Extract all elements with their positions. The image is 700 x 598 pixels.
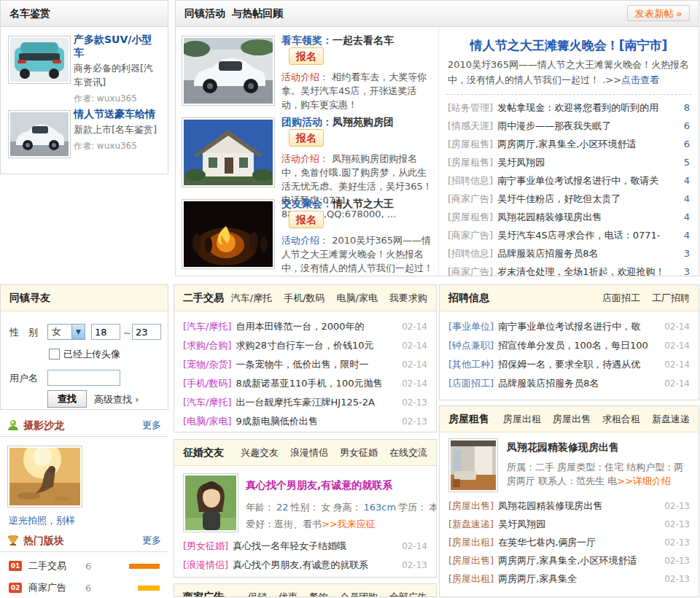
tab-deals[interactable]: 优惠 xyxy=(279,591,298,597)
activity-bonfire[interactable]: 交友聚会：情人节之大王报名 活动介绍： 2010吴圩365网——情人节之大王滩篝… xyxy=(182,198,434,275)
tab-cars-motor[interactable]: 汽车/摩托 xyxy=(231,292,272,303)
hot-post-row[interactable]: [房屋租售]吴圩凤翔园5 xyxy=(446,153,691,171)
activity-title[interactable]: 情人节之大王 xyxy=(332,198,394,209)
secondhand-row[interactable]: [宠物/杂货]一条宠物牛，低价出售，限时一02-14 xyxy=(174,355,436,374)
post-title[interactable]: 品牌服装店招服务员8名 xyxy=(497,247,680,260)
signup-button[interactable]: 报名 xyxy=(289,211,324,228)
activity-title[interactable]: 凤翔苑购房团 xyxy=(332,116,394,128)
tab-phone-digital[interactable]: 手机/数码 xyxy=(284,292,324,303)
post-title[interactable]: 吴圩牛佳粉店，好吃但太贵了 xyxy=(497,193,680,206)
tab-new-listings[interactable]: 新盘速递 xyxy=(652,413,690,424)
item-category[interactable]: [事业单位] xyxy=(448,320,494,333)
activity-type[interactable]: 交友聚会： xyxy=(281,198,332,209)
tab-all-ads[interactable]: 全部广告 xyxy=(389,591,427,597)
hot-post-row[interactable]: [站务管理]发帖拿现金：欢迎将您看到的听到的用8 xyxy=(446,98,691,117)
dating-girl-photo[interactable] xyxy=(183,473,238,532)
activity-car-photo[interactable] xyxy=(182,36,275,106)
item-category[interactable]: [汽车/摩托] xyxy=(183,320,232,333)
signup-button[interactable]: 报名 xyxy=(289,129,324,147)
item-title[interactable]: 招保姆一名，要求全职，待遇从优 xyxy=(498,358,660,371)
item-title[interactable]: 南宁事业单位考试报名进行中，敬 xyxy=(498,320,660,333)
search-button[interactable]: 查找 xyxy=(47,390,87,408)
post-title[interactable]: 雨中漫步——那夜我失眠了 xyxy=(497,120,680,133)
post-category[interactable]: [情感天涯] xyxy=(448,120,493,133)
post-title[interactable]: 发帖拿现金：欢迎将您看到的听到的用 xyxy=(497,101,680,114)
item-category[interactable]: [电脑/家电] xyxy=(183,415,232,428)
item-title[interactable]: 9成新电脑低价出售 xyxy=(236,415,398,428)
hot-post-row[interactable]: [房屋租售]两房两厅,家具集全,小区环境舒适6 xyxy=(446,135,691,153)
tab-seek-rent[interactable]: 求租合租 xyxy=(602,413,640,424)
signup-button[interactable]: 报名 xyxy=(289,47,324,65)
hot-post-row[interactable]: [情感天涯]雨中漫步——那夜我失眠了6 xyxy=(446,117,691,135)
item-title[interactable]: 凤翔花园精装修现房出售 xyxy=(498,500,660,513)
car-item[interactable]: 情人节送豪车给情 新款上市[名车鉴赏] 作者: wuxu365 xyxy=(8,107,162,152)
activity-type[interactable]: 看车领奖： xyxy=(281,34,332,46)
item-category[interactable]: [钟点兼职] xyxy=(448,339,494,352)
tab-shop-hiring[interactable]: 店面招工 xyxy=(602,292,640,303)
age-to-input[interactable] xyxy=(132,324,161,340)
item-category[interactable]: [新盘速递] xyxy=(448,518,494,531)
housing-row[interactable]: [房屋出售]凤翔花园精装修现房出售02-13 xyxy=(440,497,699,515)
post-title[interactable]: 吴圩凤翔园 xyxy=(497,156,680,169)
item-category[interactable]: [房屋出租] xyxy=(448,536,494,549)
advanced-search-link[interactable]: 高级查找 › xyxy=(94,393,139,406)
tab-promos[interactable]: 促销 xyxy=(248,591,267,597)
item-title[interactable]: 真心找一名年轻女子结婚哦 xyxy=(233,540,397,553)
post-title[interactable]: 凤翔花园精装修现房出售 xyxy=(497,211,680,224)
post-category[interactable]: [房屋租售] xyxy=(448,138,493,151)
housing-row[interactable]: [房屋出售]两房两厅,家具集全,小区环境舒适02-13 xyxy=(440,551,699,570)
post-category[interactable]: [商家广告] xyxy=(448,265,493,277)
item-category[interactable]: [宠物/杂货] xyxy=(183,358,232,371)
salon-more-link[interactable]: 更多 xyxy=(142,414,161,436)
job-row[interactable]: [店面招工]品牌服装店招服务员8名02-14 xyxy=(440,374,699,393)
secondhand-row[interactable]: [求购/合购]求购28寸自行车一台，价钱10元02-14 xyxy=(174,336,436,355)
hot-post-row[interactable]: [商家广告]吴圩牛佳粉店，好吃但太贵了4 xyxy=(446,190,691,208)
hot-boards-more-link[interactable]: 更多 xyxy=(142,529,161,551)
dating-row[interactable]: [浪漫情侣]真心找个男朋友,有诚意的就联系02-13 xyxy=(174,556,436,575)
secondhand-row[interactable]: [汽车/摩托]出一台靓摩托车豪江牌HJ125-2A02-13 xyxy=(174,393,436,412)
post-category[interactable]: [招聘信息] xyxy=(448,174,493,187)
job-row[interactable]: [事业单位]南宁事业单位考试报名进行中，敬02-14 xyxy=(440,317,699,336)
post-category[interactable]: [房屋租售] xyxy=(448,156,493,169)
tab-romantic-couples[interactable]: 浪漫情侣 xyxy=(290,447,328,458)
secondhand-row[interactable]: [电脑/家电]9成新电脑低价出售02-13 xyxy=(174,412,436,431)
tab-member-groupbuy[interactable]: 会员团购 xyxy=(340,591,378,597)
activity-type[interactable]: 团购活动： xyxy=(281,116,332,128)
post-title[interactable]: 两房两厅,家具集全,小区环境舒适 xyxy=(497,138,680,151)
housing-row[interactable]: [房屋出租]两房两厅,家具集全02-13 xyxy=(440,570,699,588)
avatar-checkbox-label[interactable]: 已经上传头像 xyxy=(63,348,120,361)
item-category[interactable]: [汽车/摩托] xyxy=(183,396,232,409)
item-category[interactable]: [其他工种] xyxy=(448,358,494,371)
hot-board-row[interactable]: 01 二手交易 6 xyxy=(0,555,168,577)
item-title[interactable]: 品牌服装店招服务员8名 xyxy=(498,377,660,390)
item-title[interactable]: 8成新诺基亚110手机，100元抛售 xyxy=(236,377,398,390)
tab-marriage[interactable]: 男女征婚 xyxy=(340,447,378,458)
housing-feature-title[interactable]: 凤翔花园精装修现房出售 xyxy=(507,441,691,454)
teal-suv-photo[interactable] xyxy=(8,36,71,84)
post-category[interactable]: [站务管理] xyxy=(448,101,493,114)
dating-feature-title[interactable]: 真心找个男朋友,有诚意的就联系 xyxy=(246,479,429,492)
item-category[interactable]: [浪漫情侣] xyxy=(183,559,228,572)
details-link[interactable]: >>详细介绍 xyxy=(617,475,671,486)
item-title[interactable]: 两房两厅,家具集全 xyxy=(498,572,660,586)
activity-car-prize[interactable]: 看车领奖：一起去看名车报名 活动介绍： 相约看车去，大奖等你拿。吴圩汽车4S店，… xyxy=(182,34,434,112)
hot-post-row[interactable]: [房屋租售]凤翔花园精装修现房出售4 xyxy=(446,208,691,226)
item-category[interactable]: [房屋出租] xyxy=(448,572,494,586)
item-title[interactable]: 吴圩凤翔园 xyxy=(498,518,660,531)
item-title[interactable]: 出一台靓摩托车豪江牌HJ125-2A xyxy=(236,396,398,409)
job-row[interactable]: [钟点兼职]招宣传单分发员，100名，每日10002-14 xyxy=(440,336,699,355)
item-title[interactable]: 自用本田锋范一台，2000年的 xyxy=(236,320,398,333)
salon-photo[interactable] xyxy=(7,446,82,508)
age-from-input[interactable] xyxy=(91,324,120,340)
apply-link[interactable]: >>我来应征 xyxy=(322,519,376,529)
item-category[interactable]: [男女征婚] xyxy=(183,540,228,553)
feature-headline[interactable]: 情人节之大王滩篝火晚会！[南宁市] xyxy=(446,37,691,54)
tab-interest-friends[interactable]: 兴趣交友 xyxy=(241,447,279,458)
item-category[interactable]: [店面招工] xyxy=(448,377,494,390)
username-input[interactable] xyxy=(47,370,120,386)
post-title[interactable]: 南宁事业单位考试报名进行中，敬请关 xyxy=(497,174,680,187)
tab-for-sale[interactable]: 房屋出售 xyxy=(553,413,591,424)
item-category[interactable]: [房屋出售] xyxy=(448,554,494,567)
secondhand-row[interactable]: [手机/数码]8成新诺基亚110手机，100元抛售02-14 xyxy=(174,374,436,393)
housing-row[interactable]: [房屋出租]在英华七巷内,俩房一厅02-13 xyxy=(440,533,699,551)
